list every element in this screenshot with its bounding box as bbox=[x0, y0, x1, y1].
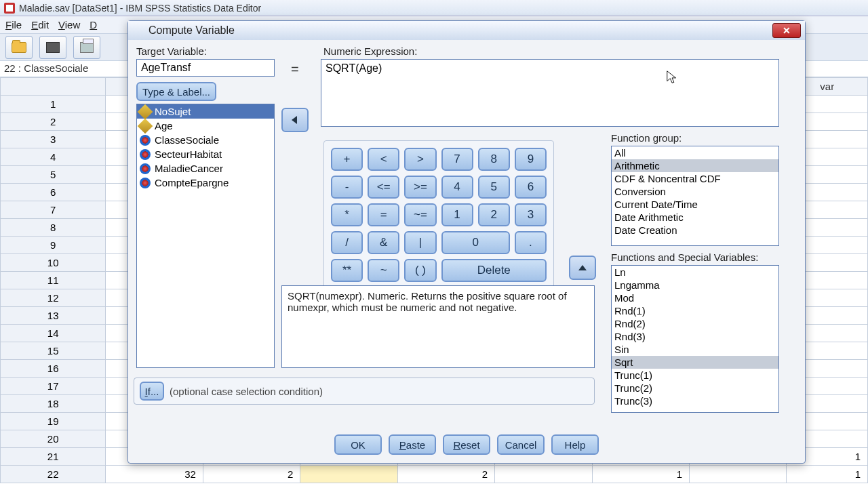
row-header[interactable]: 6 bbox=[1, 184, 106, 201]
keypad--button[interactable]: + bbox=[331, 148, 363, 171]
function-item[interactable]: Ln bbox=[612, 266, 778, 279]
help-button[interactable]: Help bbox=[551, 434, 599, 455]
function-item[interactable]: Rnd(3) bbox=[612, 330, 778, 343]
menu-edit[interactable]: Edit bbox=[31, 19, 49, 30]
keypad--button[interactable]: <= bbox=[368, 176, 399, 199]
variable-item[interactable]: NoSujet bbox=[137, 104, 274, 119]
keypad-4-button[interactable]: 4 bbox=[441, 176, 473, 199]
keypad--button[interactable]: ~= bbox=[404, 203, 436, 226]
keypad--button[interactable]: > bbox=[404, 148, 436, 171]
row-header[interactable]: 9 bbox=[1, 237, 106, 254]
cell[interactable]: 32 bbox=[106, 466, 203, 483]
menu-view[interactable]: View bbox=[58, 19, 80, 30]
function-item[interactable]: Mod bbox=[612, 291, 778, 304]
keypad--button[interactable]: ~ bbox=[368, 259, 399, 282]
row-header[interactable]: 10 bbox=[1, 254, 106, 272]
function-group-item[interactable]: Date Creation bbox=[612, 224, 778, 237]
function-item[interactable]: Lngamma bbox=[612, 279, 778, 291]
variable-item[interactable]: CompteEpargne bbox=[137, 176, 274, 190]
ok-button[interactable]: OK bbox=[334, 434, 382, 455]
function-group-list[interactable]: AllArithmeticCDF & Noncentral CDFConvers… bbox=[611, 146, 779, 246]
cancel-button[interactable]: Cancel bbox=[497, 434, 545, 455]
keypad--button[interactable]: < bbox=[368, 148, 399, 171]
keypad--button[interactable]: = bbox=[368, 203, 399, 226]
row-header[interactable]: 22 bbox=[1, 466, 106, 483]
function-group-item[interactable]: Conversion bbox=[612, 185, 778, 198]
insert-function-button[interactable] bbox=[569, 256, 596, 280]
keypad-7-button[interactable]: 7 bbox=[441, 148, 473, 171]
function-group-item[interactable]: Current Date/Time bbox=[612, 198, 778, 211]
target-variable-input[interactable] bbox=[136, 59, 275, 77]
variable-list[interactable]: NoSujetAgeClasseSocialeSecteurHabitatMal… bbox=[136, 104, 275, 368]
move-to-expression-button[interactable] bbox=[281, 108, 309, 132]
menu-data[interactable]: D bbox=[90, 19, 97, 30]
function-group-item[interactable]: All bbox=[612, 146, 778, 159]
keypad-5-button[interactable]: 5 bbox=[478, 176, 510, 199]
keypad--button[interactable]: ( ) bbox=[404, 259, 436, 282]
dialog-close-button[interactable]: ✕ bbox=[772, 23, 801, 38]
keypad--button[interactable]: - bbox=[331, 176, 363, 199]
functions-list[interactable]: LnLngammaModRnd(1)Rnd(2)Rnd(3)SinSqrtTru… bbox=[611, 265, 779, 413]
keypad-0-button[interactable]: 0 bbox=[441, 231, 510, 254]
keypad--button[interactable]: | bbox=[404, 231, 436, 254]
keypad-1-button[interactable]: 1 bbox=[441, 203, 473, 226]
keypad--button[interactable]: / bbox=[331, 231, 363, 254]
save-button[interactable] bbox=[39, 36, 66, 59]
row-header[interactable]: 12 bbox=[1, 289, 106, 307]
function-group-item[interactable]: CDF & Noncentral CDF bbox=[612, 172, 778, 185]
row-header[interactable]: 21 bbox=[1, 448, 106, 466]
row-header[interactable]: 13 bbox=[1, 307, 106, 325]
row-header[interactable]: 19 bbox=[1, 413, 106, 430]
function-item[interactable]: Trunc(2) bbox=[612, 382, 778, 394]
variable-item[interactable]: MaladieCancer bbox=[137, 161, 274, 176]
row-header[interactable]: 5 bbox=[1, 166, 106, 184]
keypad-8-button[interactable]: 8 bbox=[478, 148, 510, 171]
function-item[interactable]: Sqrt bbox=[612, 356, 778, 369]
cell[interactable]: 2 bbox=[397, 466, 494, 483]
function-item[interactable]: Sin bbox=[612, 343, 778, 356]
function-group-item[interactable]: Date Arithmetic bbox=[612, 211, 778, 224]
keypad--button[interactable]: >= bbox=[404, 176, 436, 199]
keypad--button[interactable]: * bbox=[331, 203, 363, 226]
row-header[interactable]: 16 bbox=[1, 360, 106, 378]
type-and-label-button[interactable]: Type & Label... bbox=[136, 82, 216, 101]
reset-button[interactable]: Reset bbox=[443, 434, 490, 455]
function-item[interactable]: Rnd(2) bbox=[612, 317, 778, 330]
if-button[interactable]: If... bbox=[140, 382, 164, 401]
print-button[interactable] bbox=[73, 36, 100, 59]
keypad-Delete-button[interactable]: Delete bbox=[441, 259, 547, 282]
variable-item[interactable]: Age bbox=[137, 119, 274, 133]
function-item[interactable]: Trunc(1) bbox=[612, 369, 778, 382]
numeric-expression-input[interactable] bbox=[321, 59, 779, 127]
keypad-3-button[interactable]: 3 bbox=[515, 203, 547, 226]
open-button[interactable] bbox=[5, 36, 33, 59]
paste-button[interactable]: Paste bbox=[389, 434, 436, 455]
row-header[interactable]: 14 bbox=[1, 325, 106, 342]
row-header[interactable]: 18 bbox=[1, 395, 106, 413]
keypad--button[interactable]: & bbox=[368, 231, 399, 254]
cell[interactable]: 1 bbox=[787, 466, 868, 483]
variable-item[interactable]: SecteurHabitat bbox=[137, 147, 274, 161]
function-item[interactable]: Rnd(1) bbox=[612, 304, 778, 317]
keypad-6-button[interactable]: 6 bbox=[515, 176, 547, 199]
menu-file[interactable]: File bbox=[5, 19, 22, 30]
variable-item[interactable]: ClasseSociale bbox=[137, 133, 274, 147]
row-header[interactable]: 8 bbox=[1, 219, 106, 237]
keypad--button[interactable]: . bbox=[515, 231, 547, 254]
function-group-item[interactable]: Arithmetic bbox=[612, 159, 778, 172]
row-header[interactable]: 1 bbox=[1, 96, 106, 113]
row-header[interactable]: 2 bbox=[1, 113, 106, 131]
keypad-9-button[interactable]: 9 bbox=[515, 148, 547, 171]
cell[interactable] bbox=[300, 466, 397, 483]
row-header[interactable]: 3 bbox=[1, 131, 106, 148]
row-header[interactable]: 4 bbox=[1, 148, 106, 166]
cell[interactable] bbox=[690, 466, 787, 483]
row-header[interactable]: 17 bbox=[1, 378, 106, 395]
cell[interactable] bbox=[495, 466, 592, 483]
dialog-titlebar[interactable]: Compute Variable ✕ bbox=[128, 21, 805, 40]
row-header[interactable]: 11 bbox=[1, 272, 106, 289]
keypad-2-button[interactable]: 2 bbox=[478, 203, 510, 226]
cell[interactable]: 2 bbox=[203, 466, 300, 483]
cell[interactable]: 1 bbox=[592, 466, 689, 483]
keypad--button[interactable]: ** bbox=[331, 259, 363, 282]
